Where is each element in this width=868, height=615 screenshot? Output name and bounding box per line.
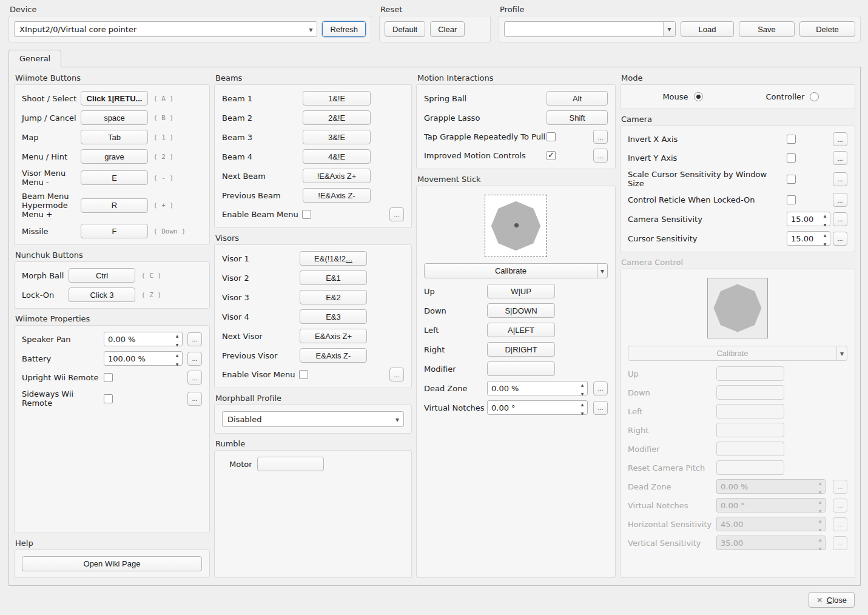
spin-down-icon[interactable] (176, 339, 179, 348)
spin-down-icon[interactable] (581, 408, 584, 417)
scale-cursor-sensitivity-checkbox[interactable] (787, 175, 796, 184)
next-visor-binding-button[interactable]: E&Axis Z+ (300, 329, 367, 343)
profile-combobox[interactable] (504, 21, 676, 37)
improved-motion-checkbox[interactable] (547, 151, 556, 160)
previous-visor-binding-button[interactable]: E&Axis Z- (300, 348, 367, 363)
invert-y-axis-options-button[interactable]: ... (833, 151, 847, 165)
spin-up-icon[interactable] (824, 229, 827, 238)
enable-visor-menu-checkbox[interactable] (299, 370, 308, 379)
virtual-notches-spinbox[interactable]: 0.00 ° (487, 400, 588, 415)
stick-left-binding-button[interactable]: A|LEFT (487, 323, 555, 337)
morph-ball-binding-button[interactable]: Ctrl (69, 268, 135, 283)
spinner-arrows[interactable] (820, 212, 830, 226)
beam-menu-binding-button[interactable]: R (81, 198, 148, 213)
spinner-arrows[interactable] (577, 381, 587, 395)
spin-down-icon[interactable] (824, 238, 827, 247)
enable-beam-menu-options-button[interactable]: ... (389, 207, 404, 221)
visor-1-binding-button[interactable]: E&(!1&!2... (300, 251, 367, 266)
stick-up-binding-button[interactable]: W|UP (487, 284, 555, 298)
control-reticle-checkbox[interactable] (787, 195, 796, 204)
enable-visor-menu-options-button[interactable]: ... (389, 368, 404, 381)
missile-binding-button[interactable]: F (81, 224, 148, 238)
beam-2-binding-button[interactable]: 2&!E (303, 110, 371, 125)
control-reticle-options-button[interactable]: ... (833, 193, 847, 207)
spinner-arrows[interactable] (820, 232, 830, 245)
speaker-pan-spinbox[interactable]: 0.00 % (104, 332, 183, 346)
calibrate-menu-button[interactable] (597, 263, 608, 278)
spin-down-icon[interactable] (581, 388, 584, 397)
stick-right-binding-button[interactable]: D|RIGHT (487, 342, 555, 357)
battery-options-button[interactable]: ... (187, 352, 202, 366)
virtual-notches-options-button[interactable]: ... (593, 401, 608, 415)
default-button[interactable]: Default (385, 21, 425, 37)
dead-zone-options-button[interactable]: ... (593, 381, 608, 395)
previous-beam-binding-button[interactable]: !E&Axis Z- (303, 188, 371, 203)
camera-sensitivity-spinbox[interactable]: 15.00 (787, 212, 830, 226)
upright-options-button[interactable]: ... (187, 371, 202, 385)
spin-up-icon[interactable] (581, 398, 584, 408)
improved-motion-options-button[interactable]: ... (593, 149, 608, 163)
calibrate-button[interactable]: Calibrate (424, 263, 597, 278)
beam-4-binding-button[interactable]: 4&!E (303, 149, 371, 164)
dead-zone-spinbox[interactable]: 0.00 % (487, 381, 588, 395)
lock-on-binding-button[interactable]: Click 3 (69, 287, 135, 302)
motor-binding-button[interactable] (257, 457, 324, 471)
visor-4-binding-button[interactable]: E&3 (300, 309, 367, 324)
delete-button[interactable]: Delete (799, 21, 855, 37)
spin-down-icon[interactable] (824, 219, 827, 228)
spin-up-icon[interactable] (176, 330, 179, 339)
device-select[interactable]: XInput2/0/Virtual core pointer (14, 21, 317, 37)
spin-up-icon[interactable] (176, 349, 179, 358)
beam-1-binding-button[interactable]: 1&!E (303, 91, 371, 106)
controller-radio[interactable] (810, 92, 819, 101)
enable-beam-menu-checkbox[interactable] (302, 210, 311, 219)
jump-cancel-binding-button[interactable]: space (81, 110, 148, 125)
tap-grapple-options-button[interactable]: ... (593, 130, 608, 144)
spinner-arrows[interactable] (172, 332, 182, 346)
camera-sensitivity-options-button[interactable]: ... (833, 212, 847, 226)
load-button[interactable]: Load (681, 21, 734, 37)
scale-cursor-options-button[interactable]: ... (833, 172, 847, 186)
invert-x-axis-options-button[interactable]: ... (833, 132, 847, 146)
sideways-wii-remote-checkbox[interactable] (104, 394, 113, 403)
spin-up-icon[interactable] (824, 210, 827, 219)
spinner-arrows[interactable] (172, 352, 182, 365)
mode-controller-option[interactable]: Controller (738, 92, 847, 101)
battery-spinbox[interactable]: 100.00 % (104, 351, 183, 366)
chevron-down-icon[interactable] (663, 22, 675, 36)
spinner-arrows[interactable] (577, 401, 587, 414)
visor-2-binding-button[interactable]: E&1 (300, 271, 367, 285)
visor-3-binding-button[interactable]: E&2 (300, 290, 367, 304)
tap-grapple-checkbox[interactable] (547, 132, 556, 141)
upright-wii-remote-checkbox[interactable] (104, 373, 113, 382)
nunchuk-buttons-title: Nunchuk Buttons (15, 250, 210, 260)
sideways-options-button[interactable]: ... (187, 392, 202, 406)
spin-up-icon[interactable] (581, 379, 584, 388)
visor-menu-binding-button[interactable]: E (81, 170, 148, 185)
map-binding-button[interactable]: Tab (81, 130, 148, 144)
cursor-sensitivity-spinbox[interactable]: 15.00 (787, 231, 830, 246)
stick-modifier-binding-button[interactable] (487, 361, 555, 376)
morphball-profile-select[interactable]: Disabled (222, 411, 404, 427)
speaker-pan-options-button[interactable]: ... (187, 332, 202, 346)
grapple-lasso-binding-button[interactable]: Shift (547, 110, 608, 125)
beam-3-binding-button[interactable]: 3&!E (303, 130, 371, 144)
mouse-radio[interactable] (694, 92, 703, 101)
shoot-select-binding-button[interactable]: Click 1|RETU... (81, 91, 148, 106)
open-wiki-page-button[interactable]: Open Wiki Page (22, 556, 202, 571)
refresh-button[interactable]: Refresh (322, 21, 366, 37)
clear-button[interactable]: Clear (430, 21, 465, 37)
stick-down-binding-button[interactable]: S|DOWN (487, 303, 555, 318)
mode-mouse-option[interactable]: Mouse (628, 92, 738, 101)
invert-y-axis-checkbox[interactable] (787, 153, 796, 163)
next-beam-binding-button[interactable]: !E&Axis Z+ (303, 169, 371, 183)
cursor-sensitivity-options-button[interactable]: ... (833, 232, 847, 246)
spring-ball-binding-button[interactable]: Alt (547, 91, 608, 106)
save-button[interactable]: Save (739, 21, 795, 37)
invert-x-axis-checkbox[interactable] (787, 135, 796, 144)
menu-hint-binding-button[interactable]: grave (81, 149, 148, 164)
close-button[interactable]: ✕ Close (809, 592, 855, 608)
tab-general[interactable]: General (8, 50, 61, 67)
invert-x-axis-row: Invert X Axis ... (628, 132, 847, 146)
spin-down-icon[interactable] (176, 358, 179, 368)
